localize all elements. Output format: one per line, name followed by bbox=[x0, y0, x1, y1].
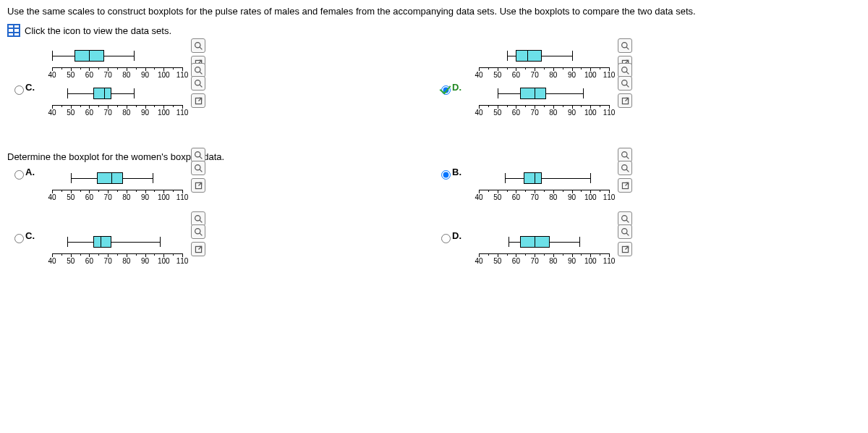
zoom-icon[interactable] bbox=[191, 224, 205, 239]
svg-point-8 bbox=[195, 67, 200, 72]
zoom-icon[interactable] bbox=[191, 38, 205, 53]
zoom-icon[interactable] bbox=[618, 148, 632, 162]
open-icon[interactable] bbox=[191, 93, 205, 108]
svg-line-5 bbox=[626, 47, 629, 49]
svg-line-23 bbox=[200, 169, 202, 172]
zoom-icon[interactable] bbox=[618, 63, 632, 77]
svg-line-35 bbox=[200, 233, 202, 235]
open-icon[interactable] bbox=[191, 178, 205, 193]
svg-point-22 bbox=[195, 164, 200, 169]
zoom-icon[interactable] bbox=[191, 211, 205, 226]
svg-line-1 bbox=[200, 47, 202, 49]
label-b: B. bbox=[452, 167, 461, 177]
svg-point-10 bbox=[195, 80, 200, 85]
boxplot-q2-d: 405060708090100110 bbox=[479, 233, 624, 268]
svg-point-0 bbox=[195, 42, 200, 47]
zoom-icon[interactable] bbox=[618, 224, 632, 239]
svg-line-27 bbox=[626, 156, 629, 159]
svg-point-16 bbox=[621, 80, 626, 85]
svg-line-17 bbox=[626, 85, 629, 87]
svg-point-14 bbox=[621, 67, 626, 72]
svg-point-4 bbox=[621, 42, 626, 47]
svg-point-40 bbox=[621, 228, 626, 233]
svg-point-38 bbox=[621, 215, 626, 220]
radio-q2-a[interactable] bbox=[14, 170, 24, 180]
svg-line-39 bbox=[626, 220, 629, 222]
svg-point-20 bbox=[195, 151, 200, 156]
zoom-icon[interactable] bbox=[618, 161, 632, 175]
label-c: C. bbox=[25, 82, 35, 93]
svg-point-34 bbox=[195, 228, 200, 233]
label-d-correct: D. bbox=[452, 82, 461, 93]
boxplot-q1-c: 405060708090100110 bbox=[52, 85, 197, 119]
zoom-icon[interactable] bbox=[191, 63, 205, 77]
open-icon[interactable] bbox=[618, 242, 632, 256]
zoom-icon[interactable] bbox=[191, 148, 205, 162]
svg-point-32 bbox=[195, 215, 200, 220]
svg-point-26 bbox=[621, 151, 626, 156]
svg-line-11 bbox=[200, 85, 202, 87]
label-a: A. bbox=[25, 167, 35, 177]
boxplot-q2-c: 405060708090100110 bbox=[52, 233, 197, 268]
section-title: Determine the boxplot for the women's bo… bbox=[7, 151, 861, 162]
boxplot-q2-b: 405060708090100110 bbox=[479, 169, 624, 204]
svg-line-33 bbox=[200, 220, 202, 222]
hint-text: Click the icon to view the data sets. bbox=[25, 25, 171, 36]
label-d: D. bbox=[452, 230, 461, 241]
zoom-icon[interactable] bbox=[618, 38, 632, 53]
open-icon[interactable] bbox=[191, 242, 205, 256]
radio-q2-b[interactable] bbox=[441, 170, 451, 180]
zoom-icon[interactable] bbox=[191, 161, 205, 175]
radio-q2-d[interactable] bbox=[441, 234, 451, 243]
boxplot-top-left: 405060708090100110 bbox=[52, 47, 197, 82]
radio-q1-c[interactable] bbox=[14, 85, 24, 95]
radio-q2-c[interactable] bbox=[14, 234, 24, 243]
boxplot-q2-a: 405060708090100110 bbox=[52, 169, 197, 204]
svg-line-21 bbox=[200, 156, 202, 159]
zoom-icon[interactable] bbox=[191, 76, 205, 91]
boxplot-top-right: 405060708090100110 bbox=[479, 47, 624, 82]
label-c: C. bbox=[25, 230, 35, 241]
zoom-icon[interactable] bbox=[618, 211, 632, 226]
svg-line-29 bbox=[626, 169, 629, 172]
svg-line-41 bbox=[626, 233, 629, 235]
svg-line-9 bbox=[200, 72, 202, 74]
zoom-icon[interactable] bbox=[618, 76, 632, 91]
boxplot-q1-d: 405060708090100110 bbox=[479, 85, 624, 119]
svg-line-15 bbox=[626, 72, 629, 74]
data-table-icon[interactable] bbox=[7, 24, 20, 37]
open-icon[interactable] bbox=[618, 178, 632, 193]
svg-point-28 bbox=[621, 164, 626, 169]
question-text: Use the same scales to construct boxplot… bbox=[7, 6, 861, 17]
open-icon[interactable] bbox=[618, 93, 632, 108]
